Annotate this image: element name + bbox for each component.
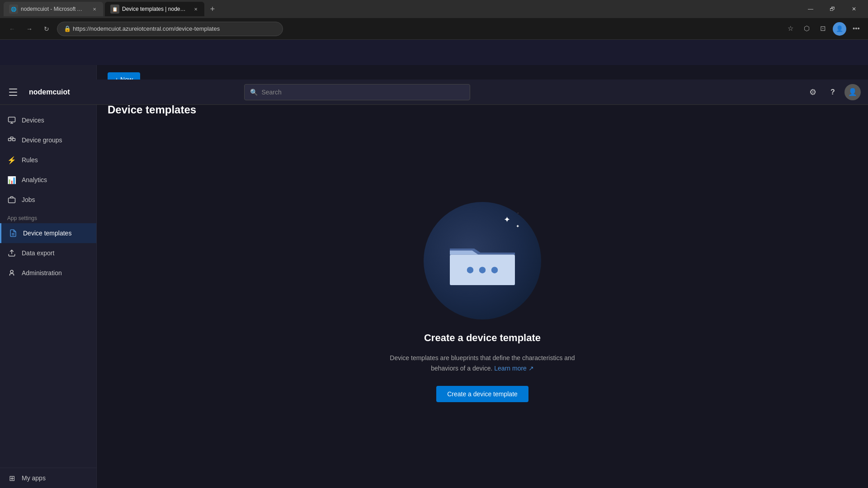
help-icon[interactable]: ? <box>825 84 841 100</box>
browser-profile-avatar[interactable]: 👤 <box>833 22 846 36</box>
top-bar: nodemcuiot 🔍 Search ⚙ ? 👤 <box>0 80 868 105</box>
svg-point-10 <box>467 267 473 273</box>
refresh-button[interactable]: ↻ <box>40 22 53 36</box>
analytics-icon: 📊 <box>7 175 16 184</box>
empty-state-title: Create a device template <box>424 332 541 344</box>
app-logo: nodemcuiot <box>29 88 70 96</box>
collections-icon[interactable]: ⊡ <box>816 22 829 35</box>
tab-templates-close[interactable]: ✕ <box>193 5 199 13</box>
svg-point-11 <box>479 267 486 273</box>
maximize-button[interactable]: 🗗 <box>822 2 843 16</box>
sidebar-analytics-label: Analytics <box>22 176 47 183</box>
svg-rect-3 <box>10 137 13 139</box>
sidebar-item-data-export[interactable]: Data export <box>0 243 96 263</box>
back-button[interactable]: ← <box>5 22 19 36</box>
empty-illustration: ✦ ✦ · <box>424 202 541 319</box>
svg-rect-4 <box>9 198 15 203</box>
devices-icon <box>7 116 16 125</box>
sidebar-my-apps-label: My apps <box>22 474 46 482</box>
tab-azure[interactable]: 🌐 nodemcuiot - Microsoft Azure ✕ <box>4 2 103 16</box>
sidebar-item-devices[interactable]: Devices <box>0 110 96 130</box>
device-groups-icon <box>7 136 16 145</box>
address-bar: ← → ↻ 🔒 https://nodemcuiot.azureiotcentr… <box>0 18 868 40</box>
browser-chrome: 🌐 nodemcuiot - Microsoft Azure ✕ 📋 Devic… <box>0 0 868 40</box>
tab-bar: 🌐 nodemcuiot - Microsoft Azure ✕ 📋 Devic… <box>0 0 868 18</box>
sparkle-dot-icon: · <box>518 211 519 215</box>
address-bar-icons: ☆ ⬡ ⊡ 👤 ••• <box>784 22 863 36</box>
sidebar-data-export-label: Data export <box>22 249 54 257</box>
empty-state-description: Device templates are blueprints that def… <box>387 353 577 373</box>
more-button[interactable]: ••• <box>850 22 863 35</box>
svg-point-8 <box>10 270 13 273</box>
main-content: + New Device templates ✦ ✦ · <box>97 65 868 488</box>
sparkle-large-icon: ✦ <box>504 215 510 225</box>
new-tab-button[interactable]: + <box>206 3 219 15</box>
settings-icon[interactable]: ⚙ <box>805 84 821 100</box>
administration-icon <box>7 268 16 277</box>
top-bar-icons: ⚙ ? 👤 <box>805 84 861 100</box>
extensions-icon[interactable]: ⬡ <box>800 22 813 35</box>
window-controls: — 🗗 ✕ <box>800 2 864 16</box>
sidebar-item-device-templates[interactable]: Device templates <box>0 223 96 243</box>
tab-azure-label: nodemcuiot - Microsoft Azure <box>21 6 85 12</box>
sidebar-administration-label: Administration <box>22 269 62 277</box>
sidebar-item-analytics[interactable]: 📊 Analytics <box>0 170 96 190</box>
forward-button[interactable]: → <box>23 22 36 36</box>
sidebar-bottom: ⊞ My apps <box>0 468 96 488</box>
search-placeholder: Search <box>261 89 281 96</box>
tab-templates-favicon: 📋 <box>110 5 119 14</box>
sidebar-item-administration[interactable]: Administration <box>0 263 96 283</box>
app-container: nodemcuiot 🔍 Search ⚙ ? 👤 ⊞ Dashboards D… <box>0 40 868 488</box>
user-avatar[interactable]: 👤 <box>844 84 861 100</box>
my-apps-icon: ⊞ <box>7 474 16 483</box>
app-settings-section: App settings <box>0 210 96 223</box>
jobs-icon <box>7 195 16 204</box>
sidebar-device-groups-label: Device groups <box>22 136 62 144</box>
folder-svg <box>442 227 523 295</box>
learn-more-link[interactable]: Learn more ↗ <box>494 365 533 372</box>
empty-state: ✦ ✦ · Create a device template <box>97 116 868 488</box>
create-template-button[interactable]: Create a device template <box>436 386 528 402</box>
tab-azure-close[interactable]: ✕ <box>91 5 98 13</box>
tab-azure-favicon: 🌐 <box>9 5 18 14</box>
svg-point-12 <box>491 267 498 273</box>
sparkle-small-icon: ✦ <box>516 224 519 229</box>
sidebar-item-rules[interactable]: ⚡ Rules <box>0 150 96 170</box>
hamburger-menu[interactable] <box>7 85 22 99</box>
svg-rect-0 <box>9 117 15 122</box>
search-box[interactable]: 🔍 Search <box>244 84 470 100</box>
sidebar-devices-label: Devices <box>22 117 44 124</box>
sidebar-rules-label: Rules <box>22 156 38 164</box>
close-button[interactable]: ✕ <box>844 2 864 16</box>
rules-icon: ⚡ <box>7 155 16 164</box>
tab-templates[interactable]: 📋 Device templates | nodemcuiot ✕ <box>105 2 204 16</box>
address-input[interactable]: 🔒 https://nodemcuiot.azureiotcentral.com… <box>57 22 283 36</box>
tab-templates-label: Device templates | nodemcuiot <box>122 6 187 12</box>
data-export-icon <box>7 249 16 258</box>
search-icon: 🔍 <box>250 89 258 96</box>
sidebar: ⊞ Dashboards Devices Device groups <box>0 65 97 488</box>
sidebar-device-templates-label: Device templates <box>23 230 71 237</box>
sidebar-jobs-label: Jobs <box>22 196 35 203</box>
favorites-icon[interactable]: ☆ <box>784 22 797 35</box>
sidebar-item-device-groups[interactable]: Device groups <box>0 130 96 150</box>
minimize-button[interactable]: — <box>800 2 821 16</box>
sidebar-item-my-apps[interactable]: ⊞ My apps <box>0 468 96 488</box>
sidebar-item-jobs[interactable]: Jobs <box>0 190 96 210</box>
device-templates-icon <box>9 229 18 238</box>
address-url: https://nodemcuiot.azureiotcentral.com/d… <box>73 25 220 32</box>
